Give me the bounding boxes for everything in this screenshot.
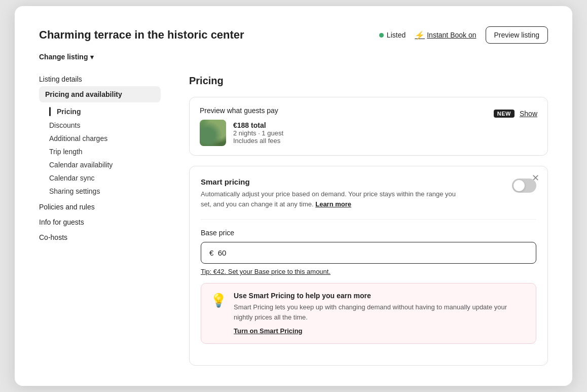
preview-what-guests-pay-card: Preview what guests pay €188 total 2 nig…: [189, 97, 548, 156]
smart-pricing-description: Automatically adjust your price based on…: [201, 189, 464, 209]
base-price-section: Base price Tip: €42. Set your Base price…: [201, 219, 536, 365]
sidebar-sub-items: Pricing Discounts Additional charges Tri…: [47, 104, 161, 198]
change-listing-label: Change listing: [39, 53, 88, 61]
preview-fees: Includes all fees: [233, 137, 283, 145]
new-badge: NEW: [494, 110, 515, 118]
lightbulb-icon: 💡: [210, 293, 227, 308]
sidebar-sub-item-additional-charges[interactable]: Additional charges: [47, 132, 161, 145]
sidebar-sub-item-calendar-sync[interactable]: Calendar sync: [47, 171, 161, 185]
promo-content: Use Smart Pricing to help you earn more …: [234, 292, 527, 335]
thumbnail-image: [200, 120, 226, 146]
toggle-knob: [513, 180, 525, 191]
sidebar-sub-item-discounts[interactable]: Discounts: [47, 119, 161, 132]
preview-info: €188 total 2 nights · 1 guest Includes a…: [233, 121, 283, 145]
sidebar: Listing details Pricing and availability…: [39, 75, 171, 366]
sidebar-item-pricing-availability[interactable]: Pricing and availability: [39, 86, 161, 102]
change-listing-dropdown[interactable]: Change listing ▾: [39, 53, 548, 61]
smart-pricing-card: ✕ Smart pricing Automatically adjust you…: [189, 166, 548, 366]
promo-title: Use Smart Pricing to help you earn more: [234, 292, 527, 300]
preview-content: €188 total 2 nights · 1 guest Includes a…: [200, 120, 283, 146]
app-window: Charming terrace in the historic center …: [15, 6, 572, 386]
sidebar-item-listing-details[interactable]: Listing details: [39, 75, 161, 83]
sidebar-sub-item-sharing-settings[interactable]: Sharing settings: [47, 185, 161, 198]
sidebar-item-policies-rules[interactable]: Policies and rules: [39, 198, 161, 213]
preview-label: Preview what guests pay: [200, 106, 283, 115]
listing-thumbnail: [200, 120, 226, 146]
listed-dot: [379, 33, 384, 38]
promo-description: Smart Pricing lets you keep up with chan…: [234, 302, 527, 322]
base-price-input[interactable]: [201, 242, 536, 264]
instant-book-label: Instant Book on: [427, 31, 476, 39]
main-section-title: Pricing: [189, 75, 548, 87]
sidebar-sub-item-pricing[interactable]: Pricing: [47, 104, 161, 119]
listed-label: Listed: [387, 31, 406, 39]
chevron-down-icon: ▾: [90, 53, 94, 61]
learn-more-link[interactable]: Learn more: [315, 200, 351, 208]
sidebar-sub-item-calendar-availability[interactable]: Calendar availability: [47, 158, 161, 171]
base-price-label: Base price: [201, 229, 536, 237]
show-link[interactable]: Show: [520, 110, 537, 118]
preview-nights: 2 nights · 1 guest: [233, 129, 283, 137]
sidebar-item-co-hosts[interactable]: Co-hosts: [39, 228, 161, 243]
smart-pricing-row: Smart pricing Automatically adjust your …: [201, 177, 536, 209]
instant-book-link[interactable]: ⚡ Instant Book on: [415, 30, 476, 40]
smart-pricing-promo-card: 💡 Use Smart Pricing to help you earn mor…: [201, 283, 536, 344]
preview-right: NEW Show: [494, 110, 537, 118]
turn-on-smart-pricing-link[interactable]: Turn on Smart Pricing: [234, 327, 303, 335]
sidebar-sub-item-trip-length[interactable]: Trip length: [47, 145, 161, 158]
listed-badge: Listed: [379, 31, 406, 39]
header: Charming terrace in the historic center …: [39, 26, 548, 44]
sidebar-item-info-for-guests[interactable]: Info for guests: [39, 213, 161, 228]
preview-total-price: €188 total: [233, 121, 283, 129]
smart-pricing-toggle[interactable]: [512, 179, 536, 193]
preview-left: Preview what guests pay €188 total 2 nig…: [200, 106, 283, 146]
smart-pricing-title: Smart pricing: [201, 177, 464, 186]
active-indicator: [49, 107, 51, 116]
header-right: Listed ⚡ Instant Book on Preview listing: [379, 26, 548, 44]
page-title: Charming terrace in the historic center: [39, 28, 244, 42]
content-layout: Listing details Pricing and availability…: [39, 75, 548, 366]
main-content: Pricing Preview what guests pay €188 tot…: [171, 75, 548, 366]
lightning-icon: ⚡: [415, 30, 425, 40]
tip-link[interactable]: Tip: €42. Set your Base price to this am…: [201, 268, 331, 275]
preview-listing-button[interactable]: Preview listing: [486, 26, 548, 44]
smart-pricing-text: Smart pricing Automatically adjust your …: [201, 177, 464, 209]
